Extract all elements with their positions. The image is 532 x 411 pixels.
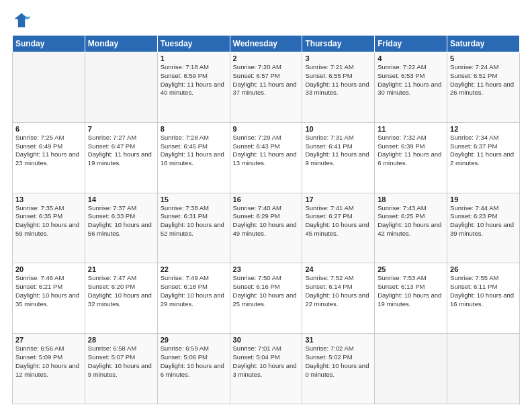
calendar-cell: 22Sunrise: 7:49 AM Sunset: 6:18 PM Dayli… [157, 263, 230, 334]
calendar-cell: 9Sunrise: 7:29 AM Sunset: 6:43 PM Daylig… [230, 122, 302, 193]
calendar-cell: 8Sunrise: 7:28 AM Sunset: 6:45 PM Daylig… [157, 122, 230, 193]
day-info: Sunrise: 7:38 AM Sunset: 6:31 PM Dayligh… [161, 204, 227, 238]
calendar-cell: 19Sunrise: 7:44 AM Sunset: 6:23 PM Dayli… [447, 193, 520, 263]
day-info: Sunrise: 7:31 AM Sunset: 6:41 PM Dayligh… [305, 134, 371, 168]
day-info: Sunrise: 7:46 AM Sunset: 6:21 PM Dayligh… [15, 274, 82, 308]
day-info: Sunrise: 7:20 AM Sunset: 6:57 PM Dayligh… [233, 63, 300, 97]
day-number: 18 [378, 195, 444, 203]
day-number: 26 [450, 265, 517, 273]
weekday-header-row: SundayMondayTuesdayWednesdayThursdayFrid… [13, 36, 520, 52]
calendar-cell: 20Sunrise: 7:46 AM Sunset: 6:21 PM Dayli… [13, 263, 85, 334]
day-number: 29 [161, 336, 227, 344]
calendar-cell: 1Sunrise: 7:18 AM Sunset: 6:59 PM Daylig… [157, 52, 230, 123]
calendar-cell: 29Sunrise: 6:59 AM Sunset: 5:06 PM Dayli… [157, 334, 230, 404]
page-header [12, 11, 520, 30]
calendar-cell: 26Sunrise: 7:55 AM Sunset: 6:11 PM Dayli… [447, 263, 520, 334]
day-info: Sunrise: 7:44 AM Sunset: 6:23 PM Dayligh… [450, 204, 517, 238]
day-info: Sunrise: 7:32 AM Sunset: 6:39 PM Dayligh… [378, 134, 444, 168]
day-number: 10 [305, 125, 371, 133]
day-info: Sunrise: 7:34 AM Sunset: 6:37 PM Dayligh… [450, 134, 517, 168]
day-info: Sunrise: 7:22 AM Sunset: 6:53 PM Dayligh… [378, 63, 444, 97]
weekday-header-monday: Monday [85, 36, 157, 52]
day-info: Sunrise: 7:21 AM Sunset: 6:55 PM Dayligh… [305, 63, 371, 97]
weekday-header-thursday: Thursday [302, 36, 375, 52]
calendar-body: 1Sunrise: 7:18 AM Sunset: 6:59 PM Daylig… [13, 52, 520, 404]
day-info: Sunrise: 6:56 AM Sunset: 5:09 PM Dayligh… [15, 345, 82, 379]
calendar-cell: 18Sunrise: 7:43 AM Sunset: 6:25 PM Dayli… [375, 193, 447, 263]
day-info: Sunrise: 7:41 AM Sunset: 6:27 PM Dayligh… [305, 204, 371, 238]
weekday-header-friday: Friday [375, 36, 447, 52]
weekday-header-tuesday: Tuesday [157, 36, 230, 52]
day-info: Sunrise: 7:50 AM Sunset: 6:16 PM Dayligh… [233, 274, 300, 308]
week-row-5: 27Sunrise: 6:56 AM Sunset: 5:09 PM Dayli… [13, 334, 520, 404]
day-number: 9 [233, 125, 300, 133]
day-number: 19 [450, 195, 517, 203]
calendar-cell: 31Sunrise: 7:02 AM Sunset: 5:02 PM Dayli… [302, 334, 375, 404]
weekday-header-saturday: Saturday [447, 36, 520, 52]
calendar-cell: 4Sunrise: 7:22 AM Sunset: 6:53 PM Daylig… [375, 52, 447, 123]
calendar-cell: 27Sunrise: 6:56 AM Sunset: 5:09 PM Dayli… [13, 334, 85, 404]
day-number: 5 [450, 54, 517, 62]
day-number: 31 [305, 336, 371, 344]
calendar-cell: 6Sunrise: 7:25 AM Sunset: 6:49 PM Daylig… [13, 122, 85, 193]
day-info: Sunrise: 7:01 AM Sunset: 5:04 PM Dayligh… [233, 345, 300, 379]
day-number: 17 [305, 195, 371, 203]
weekday-header-sunday: Sunday [13, 36, 85, 52]
logo [12, 11, 34, 30]
day-info: Sunrise: 7:18 AM Sunset: 6:59 PM Dayligh… [161, 63, 227, 97]
calendar-cell: 23Sunrise: 7:50 AM Sunset: 6:16 PM Dayli… [230, 263, 302, 334]
day-number: 21 [88, 265, 154, 273]
day-info: Sunrise: 7:02 AM Sunset: 5:02 PM Dayligh… [305, 345, 371, 379]
day-number: 13 [15, 195, 82, 203]
calendar-cell [13, 52, 85, 123]
calendar-cell [85, 52, 157, 123]
day-number: 23 [233, 265, 300, 273]
calendar-cell: 15Sunrise: 7:38 AM Sunset: 6:31 PM Dayli… [157, 193, 230, 263]
calendar-cell: 30Sunrise: 7:01 AM Sunset: 5:04 PM Dayli… [230, 334, 302, 404]
week-row-4: 20Sunrise: 7:46 AM Sunset: 6:21 PM Dayli… [13, 263, 520, 334]
day-info: Sunrise: 7:43 AM Sunset: 6:25 PM Dayligh… [378, 204, 444, 238]
calendar-cell: 2Sunrise: 7:20 AM Sunset: 6:57 PM Daylig… [230, 52, 302, 123]
calendar-cell: 17Sunrise: 7:41 AM Sunset: 6:27 PM Dayli… [302, 193, 375, 263]
calendar-cell [447, 334, 520, 404]
calendar-cell: 5Sunrise: 7:24 AM Sunset: 6:51 PM Daylig… [447, 52, 520, 123]
day-number: 2 [233, 54, 300, 62]
day-number: 20 [15, 265, 82, 273]
weekday-header-wednesday: Wednesday [230, 36, 302, 52]
day-info: Sunrise: 7:53 AM Sunset: 6:13 PM Dayligh… [378, 274, 444, 308]
calendar-cell: 3Sunrise: 7:21 AM Sunset: 6:55 PM Daylig… [302, 52, 375, 123]
calendar-cell [375, 334, 447, 404]
calendar-cell: 28Sunrise: 6:58 AM Sunset: 5:07 PM Dayli… [85, 334, 157, 404]
week-row-3: 13Sunrise: 7:35 AM Sunset: 6:35 PM Dayli… [13, 193, 520, 263]
day-number: 22 [161, 265, 227, 273]
day-number: 8 [161, 125, 227, 133]
day-number: 25 [378, 265, 444, 273]
week-row-2: 6Sunrise: 7:25 AM Sunset: 6:49 PM Daylig… [13, 122, 520, 193]
day-info: Sunrise: 7:37 AM Sunset: 6:33 PM Dayligh… [88, 204, 154, 238]
day-number: 1 [161, 54, 227, 62]
calendar-cell: 12Sunrise: 7:34 AM Sunset: 6:37 PM Dayli… [447, 122, 520, 193]
day-number: 30 [233, 336, 300, 344]
calendar-cell: 11Sunrise: 7:32 AM Sunset: 6:39 PM Dayli… [375, 122, 447, 193]
day-info: Sunrise: 7:27 AM Sunset: 6:47 PM Dayligh… [88, 134, 154, 168]
day-number: 27 [15, 336, 82, 344]
day-number: 3 [305, 54, 371, 62]
day-info: Sunrise: 7:49 AM Sunset: 6:18 PM Dayligh… [161, 274, 227, 308]
day-info: Sunrise: 6:59 AM Sunset: 5:06 PM Dayligh… [161, 345, 227, 379]
day-number: 15 [161, 195, 227, 203]
day-info: Sunrise: 7:40 AM Sunset: 6:29 PM Dayligh… [233, 204, 300, 238]
calendar: SundayMondayTuesdayWednesdayThursdayFrid… [12, 35, 520, 404]
day-info: Sunrise: 7:29 AM Sunset: 6:43 PM Dayligh… [233, 134, 300, 168]
day-number: 14 [88, 195, 154, 203]
calendar-cell: 21Sunrise: 7:47 AM Sunset: 6:20 PM Dayli… [85, 263, 157, 334]
calendar-cell: 24Sunrise: 7:52 AM Sunset: 6:14 PM Dayli… [302, 263, 375, 334]
day-number: 16 [233, 195, 300, 203]
svg-marker-1 [25, 17, 31, 19]
day-info: Sunrise: 7:28 AM Sunset: 6:45 PM Dayligh… [161, 134, 227, 168]
day-number: 28 [88, 336, 154, 344]
day-info: Sunrise: 6:58 AM Sunset: 5:07 PM Dayligh… [88, 345, 154, 379]
calendar-cell: 25Sunrise: 7:53 AM Sunset: 6:13 PM Dayli… [375, 263, 447, 334]
day-info: Sunrise: 7:52 AM Sunset: 6:14 PM Dayligh… [305, 274, 371, 308]
day-info: Sunrise: 7:24 AM Sunset: 6:51 PM Dayligh… [450, 63, 517, 97]
logo-icon [12, 11, 31, 30]
